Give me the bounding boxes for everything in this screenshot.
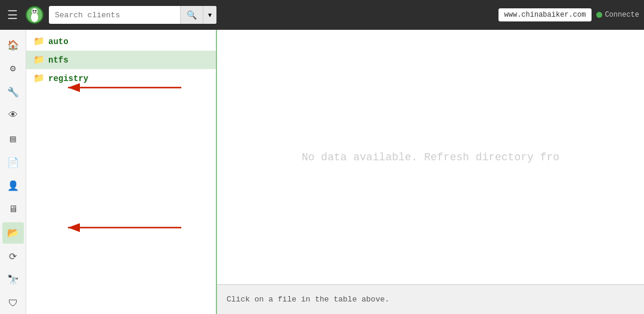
no-data-text: No data available. Refresh directory fro: [302, 151, 559, 163]
sidebar-item-file[interactable]: 📄: [2, 152, 24, 173]
sidebar-item-wrench[interactable]: 🔧: [2, 82, 24, 102]
sidebar-item-monitor[interactable]: 🖥: [2, 199, 24, 220]
tree-item-ntfs[interactable]: 📁 ntfs: [26, 51, 216, 69]
content-area: No data available. Refresh directory fro: [217, 30, 644, 284]
main-layout: 🏠 ⚙ 🔧 👁 ▤ 📄 👤 🖥 📂 ⟳ 🔭 🛡 📁 auto 📁 ntfs 📁 …: [0, 30, 644, 314]
sidebar-item-database[interactable]: ▤: [2, 129, 24, 150]
connected-label: Connecte: [605, 11, 639, 19]
sidebar-item-home[interactable]: 🏠: [2, 35, 24, 55]
search-container: 🔍 ▾: [49, 6, 216, 24]
connected-indicator: Connecte: [596, 11, 639, 19]
topbar: ☰ 🔍 ▾ www.chinabaiker.com Connecte: [0, 0, 644, 30]
logo-icon: [25, 5, 44, 24]
sidebar-item-binoculars[interactable]: 🔭: [2, 269, 24, 290]
tree-item-auto[interactable]: 📁 auto: [26, 32, 216, 51]
folder-icon: 📁: [33, 54, 45, 66]
search-button[interactable]: 🔍: [180, 6, 203, 24]
search-input[interactable]: [49, 7, 180, 23]
sidebar-item-user[interactable]: 👤: [2, 176, 24, 197]
tree-item-label: auto: [48, 37, 69, 46]
sidebar-item-folder[interactable]: 📂: [2, 222, 24, 243]
sidebar-item-shield[interactable]: 🛡: [2, 293, 24, 314]
tree-item-registry[interactable]: 📁 registry: [26, 69, 216, 88]
icon-sidebar: 🏠 ⚙ 🔧 👁 ▤ 📄 👤 🖥 📂 ⟳ 🔭 🛡: [0, 30, 26, 314]
domain-badge: www.chinabaiker.com: [499, 8, 592, 21]
hamburger-icon[interactable]: ☰: [5, 5, 20, 25]
bottom-bar-text: Click on a file in the table above.: [227, 295, 389, 304]
svg-point-4: [35, 10, 37, 12]
folder-icon: 📁: [33, 36, 45, 47]
folder-icon: 📁: [33, 73, 45, 84]
chevron-down-icon: ▾: [208, 11, 212, 19]
bottom-bar: Click on a file in the table above.: [217, 284, 644, 314]
sidebar-item-history[interactable]: ⟳: [2, 246, 24, 267]
sidebar-item-settings[interactable]: ⚙: [2, 58, 24, 79]
tree-item-label: ntfs: [48, 55, 69, 65]
tree-item-label: registry: [48, 74, 88, 83]
search-dropdown-button[interactable]: ▾: [203, 6, 216, 24]
connected-dot-icon: [596, 12, 602, 18]
main-content: No data available. Refresh directory fro…: [217, 30, 644, 314]
file-tree-panel: 📁 auto 📁 ntfs 📁 registry: [26, 30, 217, 314]
sidebar-item-eye[interactable]: 👁: [2, 105, 24, 126]
search-icon: 🔍: [187, 10, 197, 20]
arrow-folder: [62, 219, 187, 237]
svg-point-3: [33, 10, 35, 12]
